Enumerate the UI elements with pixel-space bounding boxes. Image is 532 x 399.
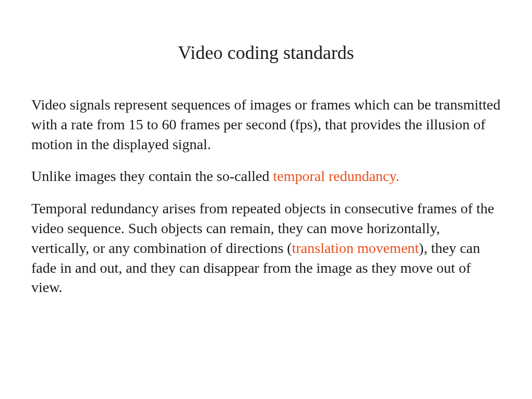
paragraph-2-text: Unlike images they contain the so-called — [31, 168, 273, 184]
paragraph-2: Unlike images they contain the so-called… — [31, 166, 501, 186]
highlight-translation-movement: translation movement — [292, 240, 419, 256]
paragraph-1: Video signals represent sequences of ima… — [31, 95, 501, 154]
slide-title: Video coding standards — [31, 42, 501, 64]
highlight-temporal-redundancy: temporal redundancy. — [273, 168, 399, 184]
paragraph-3: Temporal redundancy arises from repeated… — [31, 199, 501, 297]
